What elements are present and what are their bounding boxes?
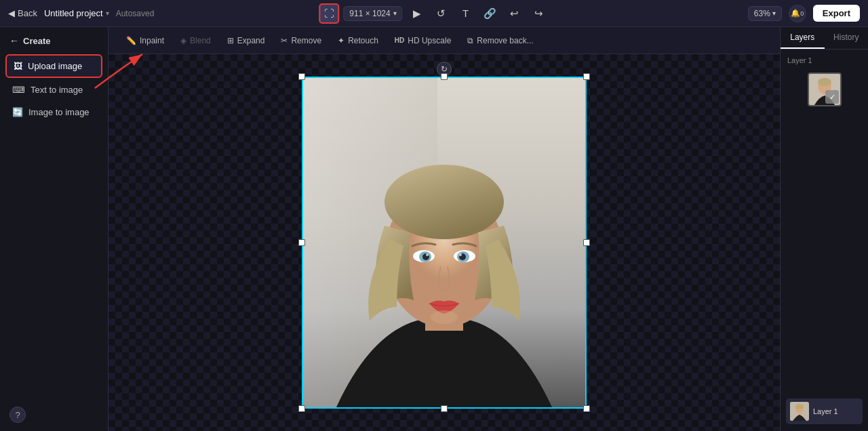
toolbar-strip: ✏️ Inpaint ◈ Blend ⊞ Expand ✂ Remove ✦ R… (108, 27, 780, 54)
back-button[interactable]: ◀ Back (8, 8, 37, 18)
right-panel: Layers History Layer 1 (780, 27, 868, 431)
text-tool-button[interactable]: T (456, 3, 476, 24)
crop-icon: ⛶ (324, 7, 334, 19)
arrow-left-icon: ← (9, 35, 19, 46)
remove-background-button[interactable]: ⧉ Remove back... (460, 33, 540, 48)
panel-tabs: Layers History (781, 27, 868, 49)
layer-entry-thumbnail (790, 402, 809, 421)
inpaint-button[interactable]: ✏️ Inpaint (119, 33, 171, 48)
sidebar-item-upload-image[interactable]: 🖼 Upload image (5, 54, 102, 78)
undo-button[interactable]: ↩ (505, 3, 525, 24)
layer-entry-label: Layer 1 (813, 407, 838, 415)
retouch-label: Retouch (348, 36, 378, 45)
chevron-down-icon: ▾ (106, 9, 109, 17)
upscale-button[interactable]: HD HD Upscale (388, 33, 458, 48)
handle-bottom-right[interactable] (583, 405, 590, 412)
sidebar-item-image-to-image[interactable]: 🔄 Image to image (5, 102, 102, 123)
svg-point-19 (818, 78, 831, 86)
autosaved-label: Autosaved (116, 9, 155, 18)
project-name-text: Untitled project (44, 8, 103, 18)
create-header: ← Create (0, 27, 108, 52)
export-button[interactable]: Export (813, 5, 860, 22)
link-button[interactable]: 🔗 (480, 3, 500, 24)
canvas-container[interactable]: ↻ (108, 54, 780, 431)
topbar-left: ◀ Back Untitled project ▾ Autosaved (8, 8, 154, 18)
inpaint-icon: ✏️ (126, 36, 136, 45)
canvas-image-wrapper[interactable]: ↻ (302, 77, 587, 409)
handle-bottom-center[interactable] (441, 405, 448, 412)
retouch-button[interactable]: ✦ Retouch (331, 33, 385, 48)
canvas-area: ✏️ Inpaint ◈ Blend ⊞ Expand ✂ Remove ✦ R… (108, 27, 780, 431)
layer-title: Layer 1 (786, 56, 863, 64)
svg-point-7 (384, 165, 504, 239)
handle-top-right[interactable] (583, 73, 590, 80)
layer-entry-svg (790, 402, 809, 421)
redo-icon: ↪ (534, 7, 543, 20)
text-icon: T (462, 7, 469, 19)
chevron-down-icon: ▾ (393, 9, 397, 17)
main-layout: ← Create 🖼 Upload image ⌨ Text to image … (0, 27, 868, 431)
tab-layers-label: Layers (790, 33, 814, 42)
upload-image-icon: 🖼 (14, 61, 22, 71)
back-arrow-icon: ◀ (8, 8, 15, 18)
expand-label: Expand (237, 36, 265, 45)
bell-icon: 🔔 (791, 9, 800, 18)
help-button[interactable]: ? (9, 407, 26, 423)
sidebar-item-text-to-image[interactable]: ⌨ Text to image (5, 79, 102, 100)
chevron-down-icon: ▾ (772, 9, 776, 17)
notifications-button[interactable]: 🔔 0 (789, 5, 806, 22)
svg-point-15 (459, 253, 462, 256)
canvas-image (302, 77, 587, 409)
blend-label: Blend (190, 36, 211, 45)
blend-icon: ◈ (180, 36, 186, 45)
crop-tool-button[interactable]: ⛶ (319, 3, 339, 24)
topbar-center-tools: ⛶ 911 × 1024 ▾ ▶ ↺ T 🔗 ↩ ↪ (319, 3, 549, 24)
layer-thumbnail-area: ✓ (786, 70, 863, 109)
project-name[interactable]: Untitled project ▾ (44, 8, 109, 18)
svg-point-16 (431, 310, 458, 324)
link-icon: 🔗 (484, 7, 496, 20)
layer-thumbnail[interactable]: ✓ (808, 73, 842, 106)
rotate-ccw-button[interactable]: ↺ (431, 3, 452, 24)
play-button[interactable]: ▶ (407, 3, 427, 24)
redo-button[interactable]: ↪ (529, 3, 549, 24)
topbar-right: 63% ▾ 🔔 0 Export (748, 5, 860, 22)
handle-top-center[interactable] (441, 73, 448, 80)
expand-icon: ⊞ (227, 36, 234, 45)
back-label: Back (18, 8, 37, 18)
remove-back-icon: ⧉ (467, 36, 473, 45)
remove-back-label: Remove back... (477, 36, 533, 45)
handle-top-left[interactable] (298, 73, 305, 80)
panel-content: Layer 1 ✓ (781, 49, 868, 431)
layer-entry[interactable]: Layer 1 (786, 398, 863, 424)
tab-history[interactable]: History (825, 27, 869, 49)
layer-badge: ✓ (825, 90, 839, 104)
sidebar-menu: 🖼 Upload image ⌨ Text to image 🔄 Image t… (0, 52, 108, 125)
retouch-icon: ✦ (338, 36, 344, 45)
dimension-text: 911 × 1024 (349, 9, 390, 18)
text-to-image-label: Text to image (31, 85, 83, 95)
image-to-image-label: Image to image (28, 107, 90, 117)
svg-point-11 (426, 253, 429, 256)
expand-button[interactable]: ⊞ Expand (220, 33, 272, 48)
remove-button[interactable]: ✂ Remove (274, 33, 328, 48)
tab-layers[interactable]: Layers (781, 27, 825, 49)
handle-middle-left[interactable] (298, 239, 305, 246)
dimension-badge[interactable]: 911 × 1024 ▾ (343, 6, 402, 21)
handle-bottom-left[interactable] (298, 405, 305, 412)
upload-image-label: Upload image (28, 61, 82, 71)
image-to-image-icon: 🔄 (12, 107, 23, 117)
remove-label: Remove (291, 36, 321, 45)
inpaint-label: Inpaint (140, 36, 164, 45)
svg-point-24 (795, 404, 804, 409)
handle-middle-right[interactable] (583, 239, 590, 246)
remove-icon: ✂ (281, 36, 288, 45)
help-icon: ? (15, 410, 20, 420)
zoom-value: 63% (754, 9, 770, 18)
create-header-label: Create (23, 36, 50, 46)
left-sidebar: ← Create 🖼 Upload image ⌨ Text to image … (0, 27, 108, 431)
upscale-label: HD Upscale (408, 36, 451, 45)
blend-button[interactable]: ◈ Blend (174, 33, 218, 48)
play-icon: ▶ (413, 7, 421, 20)
zoom-control[interactable]: 63% ▾ (748, 6, 782, 21)
